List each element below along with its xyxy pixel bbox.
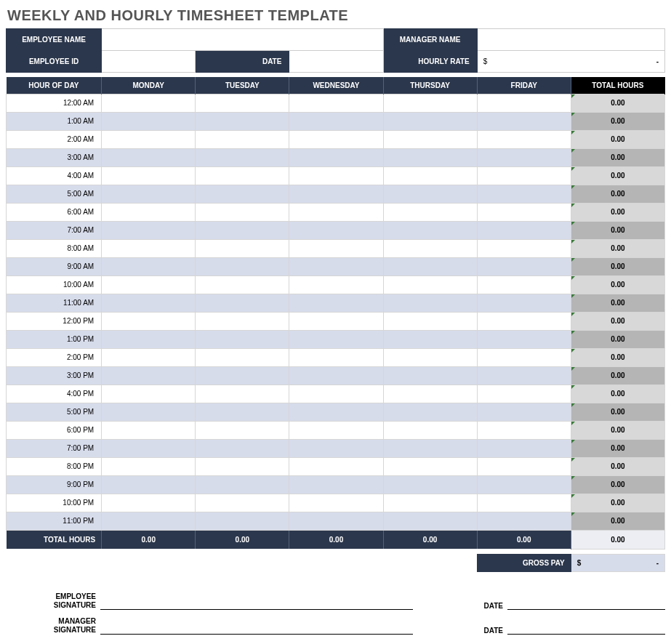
- hour-cell[interactable]: [102, 385, 196, 403]
- hour-cell[interactable]: [289, 439, 383, 457]
- hour-cell[interactable]: [196, 294, 289, 312]
- hour-cell[interactable]: [196, 403, 289, 421]
- hour-cell[interactable]: [383, 439, 477, 457]
- hour-cell[interactable]: [102, 494, 196, 512]
- hour-cell[interactable]: [477, 130, 571, 148]
- hour-cell[interactable]: [102, 330, 196, 348]
- hour-cell[interactable]: [196, 385, 289, 403]
- hour-cell[interactable]: [477, 185, 571, 203]
- hour-cell[interactable]: [383, 221, 477, 239]
- hour-cell[interactable]: [289, 348, 383, 366]
- hour-cell[interactable]: [102, 421, 196, 439]
- hour-cell[interactable]: [477, 512, 571, 530]
- hour-cell[interactable]: [289, 385, 383, 403]
- hour-cell[interactable]: [289, 112, 383, 130]
- hour-cell[interactable]: [383, 275, 477, 294]
- hour-cell[interactable]: [477, 294, 571, 312]
- hour-cell[interactable]: [196, 221, 289, 239]
- hourly-rate-input[interactable]: $ -: [477, 51, 664, 73]
- hour-cell[interactable]: [289, 366, 383, 385]
- hour-cell[interactable]: [102, 221, 196, 239]
- hour-cell[interactable]: [477, 166, 571, 185]
- hour-cell[interactable]: [289, 166, 383, 185]
- hour-cell[interactable]: [196, 166, 289, 185]
- hour-cell[interactable]: [289, 94, 383, 112]
- hour-cell[interactable]: [289, 403, 383, 421]
- hour-cell[interactable]: [102, 112, 196, 130]
- hour-cell[interactable]: [289, 294, 383, 312]
- employee-id-input[interactable]: [102, 51, 196, 73]
- hour-cell[interactable]: [289, 512, 383, 530]
- hour-cell[interactable]: [196, 512, 289, 530]
- hour-cell[interactable]: [477, 385, 571, 403]
- hour-cell[interactable]: [383, 94, 477, 112]
- hour-cell[interactable]: [383, 112, 477, 130]
- manager-date-line[interactable]: [507, 610, 665, 635]
- hour-cell[interactable]: [196, 112, 289, 130]
- hour-cell[interactable]: [102, 312, 196, 330]
- hour-cell[interactable]: [477, 221, 571, 239]
- hour-cell[interactable]: [196, 439, 289, 457]
- hour-cell[interactable]: [383, 185, 477, 203]
- date-input[interactable]: [289, 51, 383, 73]
- hour-cell[interactable]: [196, 148, 289, 166]
- hour-cell[interactable]: [196, 130, 289, 148]
- hour-cell[interactable]: [383, 130, 477, 148]
- hour-cell[interactable]: [477, 112, 571, 130]
- hour-cell[interactable]: [102, 512, 196, 530]
- hour-cell[interactable]: [289, 221, 383, 239]
- hour-cell[interactable]: [289, 148, 383, 166]
- hour-cell[interactable]: [289, 275, 383, 294]
- hour-cell[interactable]: [383, 366, 477, 385]
- employee-signature-line[interactable]: [100, 585, 413, 610]
- employee-name-input[interactable]: [102, 29, 383, 51]
- hour-cell[interactable]: [102, 294, 196, 312]
- hour-cell[interactable]: [383, 421, 477, 439]
- hour-cell[interactable]: [477, 439, 571, 457]
- hour-cell[interactable]: [383, 403, 477, 421]
- hour-cell[interactable]: [196, 312, 289, 330]
- hour-cell[interactable]: [383, 457, 477, 475]
- hour-cell[interactable]: [289, 185, 383, 203]
- hour-cell[interactable]: [477, 421, 571, 439]
- hour-cell[interactable]: [289, 330, 383, 348]
- hour-cell[interactable]: [477, 494, 571, 512]
- hour-cell[interactable]: [102, 275, 196, 294]
- hour-cell[interactable]: [196, 257, 289, 275]
- hour-cell[interactable]: [289, 457, 383, 475]
- hour-cell[interactable]: [102, 439, 196, 457]
- hour-cell[interactable]: [289, 257, 383, 275]
- hour-cell[interactable]: [477, 275, 571, 294]
- hour-cell[interactable]: [289, 239, 383, 257]
- hour-cell[interactable]: [477, 239, 571, 257]
- hour-cell[interactable]: [196, 366, 289, 385]
- hour-cell[interactable]: [289, 312, 383, 330]
- manager-name-input[interactable]: [477, 29, 664, 51]
- hour-cell[interactable]: [102, 403, 196, 421]
- hour-cell[interactable]: [196, 348, 289, 366]
- hour-cell[interactable]: [289, 421, 383, 439]
- hour-cell[interactable]: [383, 494, 477, 512]
- hour-cell[interactable]: [383, 148, 477, 166]
- hour-cell[interactable]: [196, 421, 289, 439]
- hour-cell[interactable]: [383, 257, 477, 275]
- hour-cell[interactable]: [289, 475, 383, 494]
- hour-cell[interactable]: [196, 475, 289, 494]
- manager-signature-line[interactable]: [100, 610, 413, 635]
- hour-cell[interactable]: [196, 94, 289, 112]
- hour-cell[interactable]: [196, 494, 289, 512]
- hour-cell[interactable]: [102, 348, 196, 366]
- hour-cell[interactable]: [477, 203, 571, 221]
- hour-cell[interactable]: [102, 457, 196, 475]
- hour-cell[interactable]: [383, 166, 477, 185]
- hour-cell[interactable]: [477, 312, 571, 330]
- hour-cell[interactable]: [102, 366, 196, 385]
- hour-cell[interactable]: [477, 366, 571, 385]
- hour-cell[interactable]: [477, 94, 571, 112]
- hour-cell[interactable]: [383, 312, 477, 330]
- hour-cell[interactable]: [102, 185, 196, 203]
- hour-cell[interactable]: [477, 257, 571, 275]
- hour-cell[interactable]: [383, 385, 477, 403]
- hour-cell[interactable]: [196, 457, 289, 475]
- hour-cell[interactable]: [196, 203, 289, 221]
